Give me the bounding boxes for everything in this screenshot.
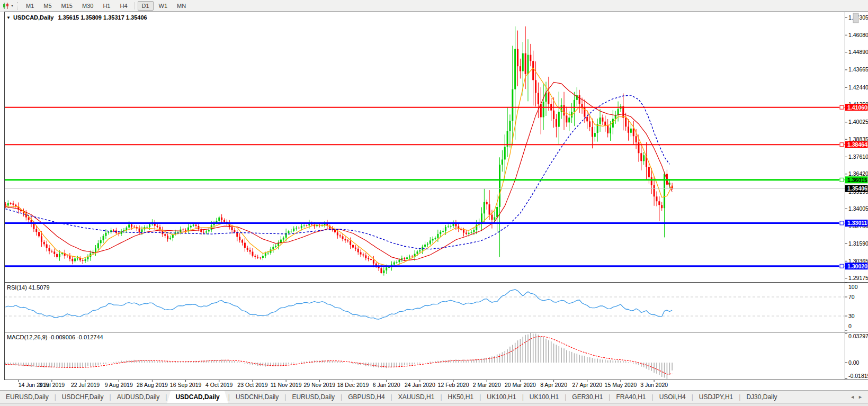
scrollbar-thumb[interactable]	[853, 13, 858, 23]
date-tick-label: 15 May 2020	[605, 382, 637, 388]
toolbar-grip[interactable]	[17, 2, 19, 10]
chart-tab-DJ30-Daily[interactable]: DJ30,Daily	[740, 391, 783, 403]
level-anchor-marker[interactable]	[840, 105, 844, 109]
chart-tab-USDJPY-H1[interactable]: USDJPY,H1	[693, 391, 739, 403]
date-tick-label: 27 Apr 2020	[572, 382, 602, 388]
level-anchor-marker[interactable]	[840, 264, 844, 268]
chart-tool-button[interactable]: ▾	[0, 0, 16, 11]
date-tick-label: 20 Mar 2020	[505, 382, 536, 388]
timeframe-button-H4[interactable]: H4	[115, 1, 131, 11]
date-tick-label: 12 Feb 2020	[438, 382, 469, 388]
macd-tick-label: -0.018154	[848, 373, 868, 379]
rsi-tick-label: 30	[848, 313, 855, 319]
chart-tab-GBPUSD-H4[interactable]: GBPUSD,H4	[342, 391, 390, 403]
rsi-tick-label: 70	[848, 294, 855, 300]
tab-scroll-left-icon[interactable]: ◄	[850, 394, 855, 400]
price-level-badge-label: 1.35406	[847, 185, 867, 192]
date-tick-label: 24 Jan 2020	[405, 382, 435, 388]
price-tick-label: 1.37610	[848, 154, 868, 160]
chart-tab-USDCHF-Daily[interactable]: USDCHF,Daily	[56, 391, 110, 403]
top-toolbar: ▾ M1M5M15M30H1H4D1W1MN	[0, 0, 868, 12]
chart-tab-UK100-H1[interactable]: UK100,H1	[524, 391, 565, 403]
timeframe-button-M30[interactable]: M30	[78, 1, 97, 11]
level-anchor-marker[interactable]	[840, 178, 844, 182]
toolbar-separator	[135, 2, 135, 10]
rsi-tick-label: 100	[848, 284, 858, 290]
timeframe-button-MN[interactable]: MN	[173, 1, 190, 11]
timeframe-button-M5[interactable]: M5	[39, 1, 56, 11]
price-tick-label: 1.31590	[848, 240, 868, 247]
date-tick-label: 22 Jul 2019	[71, 382, 100, 388]
chart-tab-bar: EURUSD,Daily|USDCHF,Daily|AUDUSD,Daily|U…	[0, 390, 868, 403]
price-tick-label: 1.36420	[848, 170, 868, 177]
chart-tab-UK100-H1[interactable]: UK100,H1	[481, 391, 522, 403]
timeframe-button-D1[interactable]: D1	[138, 1, 154, 11]
date-tick-label: 11 Nov 2019	[271, 382, 302, 388]
date-tick-label: 3 Jun 2020	[640, 382, 668, 388]
rsi-indicator-label: RSI(14) 41.5079	[7, 284, 50, 291]
macd-indicator-label: MACD(12,26,9) -0.009006 -0.012744	[7, 334, 103, 340]
date-tick-label: 29 Nov 2019	[304, 382, 336, 388]
price-level-badge-label: 1.36015	[847, 177, 867, 183]
chart-tab-EURUSD-Daily[interactable]: EURUSD,Daily	[286, 391, 341, 403]
price-tick-label: 1.46080	[848, 32, 868, 38]
macd-tick-label: 0.032972	[848, 333, 868, 339]
price-tick-label: 1.43665	[848, 66, 868, 73]
price-level-badge-label: 1.33011	[847, 220, 867, 226]
chart-title: USDCAD,Daily1.35615 1.35809 1.35317 1.35…	[13, 14, 147, 21]
level-anchor-marker[interactable]	[840, 221, 844, 225]
timeframe-button-M1[interactable]: M1	[22, 1, 38, 11]
date-tick-label: 9 Aug 2019	[105, 382, 133, 388]
chart-tab-HK50-H1[interactable]: HK50,H1	[442, 391, 480, 403]
status-strip	[0, 403, 868, 406]
chart-tab-EURUSD-Daily[interactable]: EURUSD,Daily	[0, 391, 55, 403]
price-tick-label: 1.40025	[848, 119, 868, 125]
tab-scroll-arrows: ◄ ►	[845, 391, 868, 403]
price-level-badge-label: 1.30020	[847, 263, 867, 269]
chart-tab-USDCAD-Daily[interactable]: USDCAD,Daily	[167, 391, 228, 403]
chart-tab-GER30-H1[interactable]: GER30,H1	[566, 391, 609, 403]
tab-separator: |	[165, 391, 167, 403]
price-tick-label: 1.42440	[848, 84, 868, 91]
price-level-badge-label: 1.38464	[847, 141, 867, 148]
chart-background	[0, 12, 868, 390]
tab-scroll-right-icon[interactable]: ►	[858, 394, 863, 400]
date-tick-label: 28 Aug 2019	[137, 382, 168, 388]
chevron-down-icon: ▾	[11, 3, 13, 8]
date-tick-label: 18 Dec 2019	[337, 382, 369, 388]
price-tick-label: 1.29175	[848, 275, 868, 281]
date-tick-label: 16 Sep 2019	[170, 382, 202, 388]
collapse-triangle-icon[interactable]: ▼	[6, 15, 11, 20]
date-tick-label: 23 Oct 2019	[237, 382, 267, 388]
candlestick-chart-icon	[2, 2, 10, 10]
chart-tab-XAUUSD-H1[interactable]: XAUUSD,H1	[392, 391, 441, 403]
timeframe-button-W1[interactable]: W1	[155, 1, 172, 11]
chart-tab-USOil-H4[interactable]: USOil,H4	[654, 391, 692, 403]
date-tick-label: 2 Mar 2020	[473, 382, 501, 388]
chart-tab-USDCNH-Daily[interactable]: USDCNH,Daily	[230, 391, 284, 403]
chart-tab-AUDUSD-Daily[interactable]: AUDUSD,Daily	[111, 391, 166, 403]
price-level-badge-label: 1.41060	[847, 104, 867, 111]
timeframe-button-M15[interactable]: M15	[57, 1, 77, 11]
date-tick-label: 4 Oct 2019	[205, 382, 233, 388]
price-tick-label: 1.34005	[848, 205, 868, 212]
date-tick-label: 3 Jul 2019	[39, 382, 65, 388]
chart-tab-FRA40-H1[interactable]: FRA40,H1	[610, 391, 651, 403]
date-tick-label: 6 Jan 2020	[373, 382, 400, 388]
level-anchor-marker[interactable]	[840, 143, 844, 147]
chart-canvas[interactable]: 1.473051.460801.448901.436651.424401.412…	[0, 12, 868, 390]
macd-tick-label: 0.00	[848, 359, 860, 366]
date-tick-label: 8 Apr 2020	[540, 382, 567, 388]
rsi-tick-label: 0	[848, 323, 852, 329]
price-tick-label: 1.44890	[848, 49, 868, 55]
timeframe-button-H1[interactable]: H1	[99, 1, 114, 11]
